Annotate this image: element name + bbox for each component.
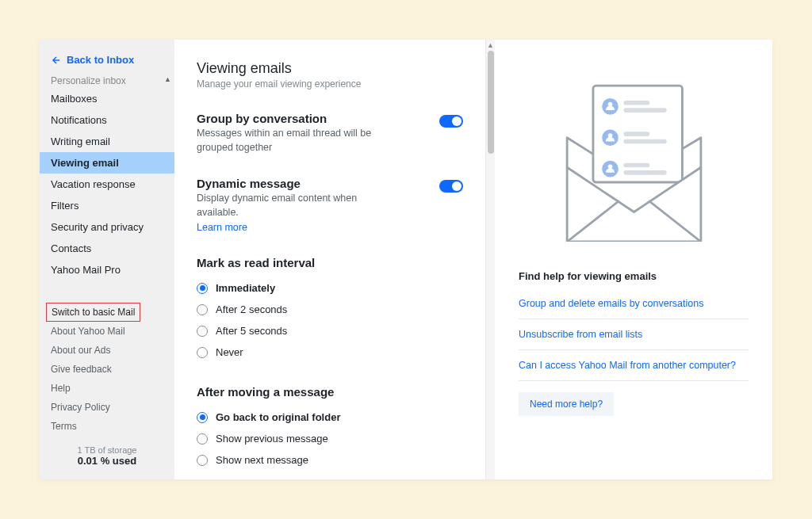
give-feedback-link[interactable]: Give feedback [51,360,167,379]
envelope-illustration [545,63,723,242]
scroll-thumb[interactable] [488,51,494,154]
svg-rect-7 [623,132,649,136]
radio-immediately[interactable]: Immediately [197,277,463,299]
radio-go-back[interactable]: Go back to original folder [197,406,463,428]
settings-nav-list: ▲ Personalize inbox Mailboxes Notificati… [40,74,174,280]
nav-item-filters[interactable]: Filters [40,195,174,216]
radio-after-5s[interactable]: After 5 seconds [197,320,463,342]
nav-item-mailboxes[interactable]: Mailboxes [40,88,174,109]
svg-rect-8 [623,139,666,144]
setting-desc: Messages within an email thread will be … [197,127,387,155]
dynamic-message-toggle[interactable] [439,180,463,193]
privacy-policy-link[interactable]: Privacy Policy [51,398,167,417]
settings-sidebar: Back to Inbox ▲ Personalize inbox Mailbo… [40,40,174,479]
setting-desc: Display dynamic email content when avail… [197,192,387,219]
settings-window: Back to Inbox ▲ Personalize inbox Mailbo… [40,40,772,479]
radio-icon [197,455,208,466]
radio-icon [197,326,208,337]
help-link[interactable]: Help [51,379,167,398]
help-panel: Find help for viewing emails Group and d… [495,40,772,479]
radio-icon [197,304,208,315]
mark-read-radio-group: Immediately After 2 seconds After 5 seco… [197,277,463,363]
setting-title: Dynamic message [197,177,463,190]
scroll-up-arrow[interactable]: ▲ [164,75,171,83]
svg-rect-11 [623,163,649,168]
svg-rect-3 [623,101,649,105]
setting-title: After moving a message [197,385,463,399]
help-panel-title: Find help for viewing emails [519,270,749,282]
nav-item-yahoo-mail-pro[interactable]: Yahoo Mail Pro [40,259,174,280]
scroll-up-icon[interactable]: ▲ [487,40,494,51]
radio-icon [197,283,208,294]
help-link-access-another[interactable]: Can I access Yahoo Mail from another com… [519,350,749,381]
mark-read-setting: Mark as read interval Immediately After … [197,256,463,363]
back-label: Back to Inbox [67,54,134,66]
help-link-unsubscribe[interactable]: Unsubscribe from email lists [519,319,749,350]
terms-link[interactable]: Terms [51,417,167,436]
storage-used: 0.01 % used [51,455,163,467]
storage-total: 1 TB of storage [51,445,163,455]
radio-after-2s[interactable]: After 2 seconds [197,299,463,320]
arrow-left-icon [51,55,62,66]
svg-rect-4 [623,108,666,113]
nav-item-vacation[interactable]: Vacation response [40,174,174,195]
svg-rect-12 [623,170,666,175]
radio-icon [197,347,208,358]
storage-info: 1 TB of storage 0.01 % used [40,436,174,479]
about-yahoo-mail-link[interactable]: About Yahoo Mail [51,322,167,341]
radio-icon [197,433,208,445]
content-scrollbar[interactable]: ▲ [485,40,495,479]
secondary-links-list: Switch to basic Mail About Yahoo Mail Ab… [40,303,174,436]
radio-show-previous[interactable]: Show previous message [197,428,463,449]
nav-item-writing-email[interactable]: Writing email [40,131,174,152]
back-to-inbox-link[interactable]: Back to Inbox [40,51,174,74]
nav-item-contacts[interactable]: Contacts [40,238,174,259]
radio-show-next[interactable]: Show next message [197,449,463,471]
after-move-radio-group: Go back to original folder Show previous… [197,406,463,471]
dynamic-message-setting: Dynamic message Display dynamic email co… [197,177,463,234]
about-ads-link[interactable]: About our Ads [51,341,167,360]
switch-basic-mail-link[interactable]: Switch to basic Mail [46,303,140,322]
need-more-help-button[interactable]: Need more help? [519,392,614,416]
help-link-group-delete[interactable]: Group and delete emails by conversations [519,288,749,319]
group-by-conversation-setting: Group by conversation Messages within an… [197,112,463,155]
setting-title: Group by conversation [197,112,463,125]
main-settings-panel: Viewing emails Manage your email viewing… [174,40,485,479]
nav-item-viewing-email[interactable]: Viewing email [40,152,174,174]
nav-item-security[interactable]: Security and privacy [40,216,174,238]
radio-never[interactable]: Never [197,342,463,363]
nav-item-personalize[interactable]: Personalize inbox [40,74,174,88]
learn-more-link[interactable]: Learn more [197,222,247,233]
page-title: Viewing emails [197,60,463,77]
after-move-setting: After moving a message Go back to origin… [197,385,463,471]
page-subtitle: Manage your email viewing experience [197,78,463,90]
group-conversation-toggle[interactable] [439,115,463,128]
radio-icon [197,412,208,423]
nav-item-notifications[interactable]: Notifications [40,109,174,131]
setting-title: Mark as read interval [197,256,463,269]
